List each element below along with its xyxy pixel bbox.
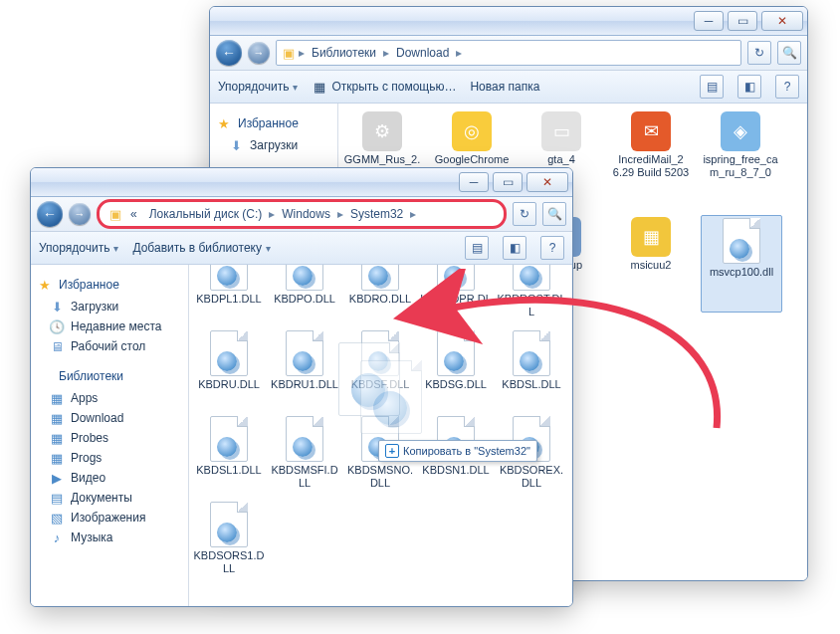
dll-icon (286, 265, 323, 291)
help-button[interactable]: ? (540, 236, 564, 260)
breadcrumb-seg[interactable]: Windows (277, 207, 335, 221)
search-button[interactable]: 🔍 (542, 202, 566, 226)
file-item[interactable]: ✉IncrediMail_2 6.29 Build 5203 (611, 109, 691, 205)
maximize-button[interactable]: ▭ (728, 11, 757, 31)
preview-pane-button[interactable]: ◧ (737, 75, 761, 99)
file-label: KBDRO.DLL (349, 293, 411, 306)
maximize-button[interactable]: ▭ (493, 172, 523, 192)
breadcrumb[interactable]: ▣ ▸ Библиотеки ▸ Download ▸ (276, 40, 741, 66)
library-icon: ▦ (49, 450, 65, 466)
file-label: gta_4 (547, 153, 575, 166)
open-with-button[interactable]: ▦Открыть с помощью… (312, 79, 456, 95)
file-label: IncrediMail_2 6.29 Build 5203 (611, 153, 691, 178)
file-item[interactable]: KBDRU.DLL (193, 328, 265, 410)
nav-item[interactable]: 🖥Рабочий стол (35, 336, 184, 356)
minimize-button[interactable]: ─ (459, 172, 489, 192)
file-item[interactable]: KBDSL.DLL (496, 328, 567, 410)
chevron-right-icon: ▸ (383, 46, 389, 60)
app-icon: ◎ (452, 111, 492, 151)
file-item[interactable]: msvcp100.dll (701, 215, 782, 313)
titlebar[interactable]: ─ ▭ ✕ (31, 168, 572, 197)
file-item[interactable]: KBDSG.DLL (420, 328, 492, 410)
favorites-group[interactable]: ★Избранное (216, 115, 331, 131)
libraries-icon (37, 368, 53, 384)
nav-pane: ★Избранное ⬇Загрузки🕓Недавние места🖥Рабо… (31, 265, 189, 607)
file-item[interactable]: KBDROPR.DLL (420, 265, 492, 324)
nav-item[interactable]: ♪Музыка (35, 528, 184, 547)
download-icon: ⬇ (228, 137, 244, 153)
file-area[interactable]: KBDPL1.DLLKBDPO.DLLKBDRO.DLLKBDROPR.DLLK… (189, 265, 572, 607)
organize-menu[interactable]: Упорядочить (39, 241, 118, 255)
file-item[interactable]: KBDROST.DLL (496, 265, 567, 324)
forward-button[interactable]: → (69, 203, 91, 225)
folder-icon: ▣ (281, 45, 297, 61)
file-label: msvcp100.dll (710, 266, 773, 279)
nav-item-label: Рабочий стол (71, 339, 145, 353)
nav-item[interactable]: ▦Probes (35, 428, 184, 448)
close-button[interactable]: ✕ (761, 11, 803, 31)
nav-item[interactable]: ▤Документы (35, 488, 184, 508)
file-item[interactable]: KBDPL1.DLL (193, 265, 265, 324)
view-button[interactable]: ▤ (465, 236, 489, 260)
file-item[interactable]: KBDRU1.DLL (269, 328, 340, 410)
file-item[interactable]: KBDSL1.DLL (193, 414, 265, 496)
add-to-library-menu[interactable]: Добавить в библиотеку (132, 241, 271, 255)
back-button[interactable]: ← (37, 201, 63, 227)
refresh-button[interactable]: ↻ (747, 41, 771, 65)
file-item[interactable]: KBDSORS1.DLL (193, 500, 265, 581)
breadcrumb-prefix: « (125, 207, 142, 221)
nav-item[interactable]: ▧Изображения (35, 508, 184, 528)
new-folder-button[interactable]: Новая папка (470, 80, 539, 94)
plus-icon: + (385, 444, 399, 458)
file-label: KBDRU.DLL (198, 378, 260, 391)
library-icon: ▦ (49, 430, 65, 446)
nav-icon: 🕓 (49, 318, 65, 334)
help-button[interactable]: ? (775, 75, 799, 99)
file-label: KBDSMSNO.DLL (344, 464, 416, 489)
nav-item[interactable]: ▦Progs (35, 448, 184, 468)
chevron-right-icon: ▸ (456, 46, 462, 60)
nav-item[interactable]: ▦Download (35, 408, 184, 428)
file-label: KBDPL1.DLL (196, 293, 261, 306)
organize-menu[interactable]: Упорядочить (218, 80, 298, 94)
nav-item[interactable]: 🕓Недавние места (35, 317, 184, 336)
breadcrumb-seg[interactable]: Библиотеки (307, 46, 381, 60)
app-icon: ⚙ (362, 111, 402, 151)
search-button[interactable]: 🔍 (777, 41, 801, 65)
nav-item[interactable]: ▦Apps (35, 388, 184, 408)
minimize-button[interactable]: ─ (694, 11, 724, 31)
nav-item-label: Progs (71, 451, 102, 465)
view-button[interactable]: ▤ (700, 75, 724, 99)
forward-button[interactable]: → (248, 42, 270, 64)
favorites-group[interactable]: ★Избранное (37, 277, 182, 293)
file-item[interactable]: KBDRO.DLL (344, 265, 416, 324)
dll-icon (286, 416, 323, 462)
back-button[interactable]: ← (216, 40, 242, 66)
close-button[interactable]: ✕ (526, 172, 568, 192)
breadcrumb[interactable]: ▣ « Локальный диск (C:) ▸ Windows ▸ Syst… (97, 199, 507, 229)
breadcrumb-seg[interactable]: Локальный диск (C:) (144, 207, 268, 221)
nav-item[interactable]: ⬇Загрузки (35, 297, 184, 317)
dll-icon (361, 265, 399, 291)
nav-item[interactable]: ⬇Загрузки (214, 135, 333, 155)
file-item[interactable]: KBDPO.DLL (269, 265, 340, 324)
preview-pane-button[interactable]: ◧ (503, 236, 526, 260)
nav-item-label: Download (71, 411, 123, 425)
address-bar: ← → ▣ ▸ Библиотеки ▸ Download ▸ ↻ 🔍 (210, 36, 807, 71)
refresh-button[interactable]: ↻ (513, 202, 536, 226)
dll-icon (360, 360, 422, 434)
file-item[interactable]: ◈ispring_free_cam_ru_8_7_0 (701, 109, 780, 205)
titlebar[interactable]: ─ ▭ ✕ (210, 7, 807, 36)
nav-item[interactable]: ▶Видео (35, 468, 184, 488)
file-label: KBDSG.DLL (425, 378, 487, 391)
nav-icon: 🖥 (49, 338, 65, 354)
file-label: ispring_free_cam_ru_8_7_0 (701, 153, 780, 178)
breadcrumb-seg[interactable]: System32 (345, 207, 408, 221)
file-label: msicuu2 (631, 259, 672, 272)
file-item[interactable]: ▦msicuu2 (611, 215, 691, 311)
breadcrumb-seg[interactable]: Download (391, 46, 454, 60)
file-item[interactable]: KBDSMSFI.DLL (269, 414, 340, 496)
tooltip-label: Копировать в "System32" (403, 445, 530, 457)
nav-item-label: Apps (71, 391, 98, 405)
libraries-group[interactable]: Библиотеки (37, 368, 182, 384)
